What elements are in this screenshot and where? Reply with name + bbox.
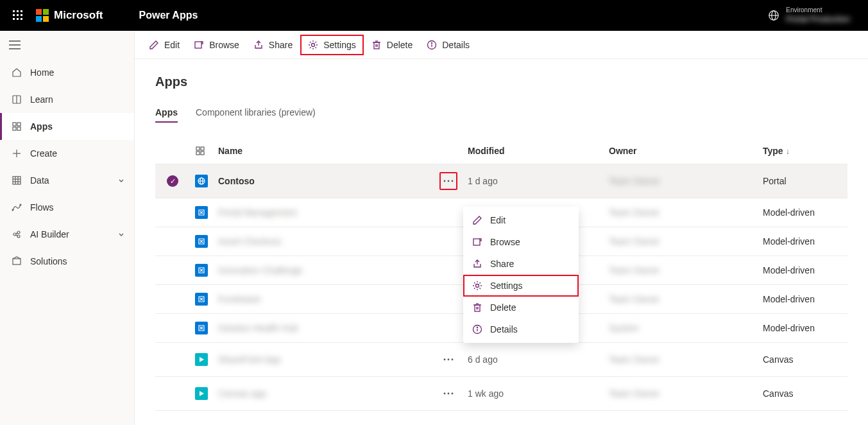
app-name[interactable]: Portal Management	[218, 207, 296, 218]
share-icon	[472, 259, 482, 269]
cmd-edit[interactable]: Edit	[142, 36, 186, 54]
nav-data[interactable]: Data	[0, 167, 134, 194]
svg-marker-60	[200, 357, 204, 362]
svg-point-65	[444, 393, 446, 395]
nav-flows[interactable]: Flows	[0, 194, 134, 221]
sort-down-icon: ↓	[786, 147, 790, 156]
ctx-delete[interactable]: Delete	[463, 297, 579, 318]
ctx-label: Delete	[490, 302, 516, 313]
nav-toggle[interactable]	[0, 31, 134, 59]
chevron-down-icon	[117, 230, 125, 238]
apps-icon	[195, 146, 205, 156]
type-cell: Model-driven	[758, 227, 847, 256]
app-type-icon	[195, 235, 208, 248]
nav-solutions[interactable]: Solutions	[0, 248, 134, 275]
nav-label: Data	[30, 175, 49, 186]
book-icon	[11, 94, 22, 105]
ctx-label: Share	[490, 259, 514, 269]
col-type[interactable]: Type↓	[758, 138, 847, 164]
waffle-icon[interactable]	[5, 0, 31, 31]
svg-rect-6	[13, 18, 15, 20]
home-icon	[11, 67, 22, 78]
table-row[interactable]: Canvas app1 wk agoTeam OwnerCanvas	[155, 377, 847, 411]
svg-rect-27	[13, 177, 21, 184]
cmd-share[interactable]: Share	[247, 36, 299, 54]
type-cell: Model-driven	[758, 285, 847, 314]
type-cell: Canvas	[758, 377, 847, 411]
nav-label: AI Builder	[30, 229, 69, 239]
trash-icon	[472, 302, 482, 313]
cmd-browse[interactable]: Browse	[187, 36, 246, 54]
trash-icon	[371, 40, 382, 50]
type-cell: Canvas	[758, 343, 847, 377]
tab-component-libraries[interactable]: Component libraries (preview)	[196, 107, 316, 123]
svg-rect-12	[43, 16, 49, 22]
apps-icon	[11, 121, 22, 132]
ctx-settings[interactable]: Settings	[463, 275, 579, 297]
svg-rect-39	[13, 259, 21, 265]
svg-rect-24	[17, 127, 21, 130]
modified-cell: 6 d ago	[463, 343, 604, 377]
nav-home[interactable]: Home	[0, 59, 134, 86]
tab-apps[interactable]: Apps	[155, 107, 178, 123]
app-type-icon	[195, 264, 208, 277]
svg-point-35	[17, 231, 20, 234]
svg-rect-8	[21, 18, 22, 20]
owner-cell: Team Owner	[609, 265, 660, 275]
app-name[interactable]: Innovation Challenge	[218, 265, 303, 275]
nav-create[interactable]: Create	[0, 140, 134, 167]
app-name[interactable]: Fundraiser	[218, 294, 261, 304]
app-type-icon	[195, 353, 208, 366]
nav-label: Create	[30, 148, 57, 159]
table-row[interactable]: ✓Contoso1 d agoTeam OwnerPortal	[155, 164, 847, 198]
col-select	[155, 138, 190, 164]
nav-learn[interactable]: Learn	[0, 86, 134, 113]
tabs: Apps Component libraries (preview)	[155, 107, 847, 123]
nav-apps[interactable]: Apps	[0, 113, 134, 140]
ctx-edit[interactable]: Edit	[463, 209, 579, 231]
nav-label: Home	[30, 67, 54, 78]
cmd-delete[interactable]: Delete	[365, 36, 419, 54]
svg-point-66	[448, 393, 450, 395]
col-owner[interactable]: Owner	[604, 138, 758, 164]
app-name[interactable]: SharePoint App	[218, 354, 280, 365]
svg-rect-42	[374, 42, 379, 49]
app-name[interactable]: Asset Checkout	[218, 236, 281, 247]
pencil-icon	[472, 215, 482, 225]
environment-switcher[interactable]: Environment Portal Production	[768, 6, 863, 24]
svg-rect-70	[475, 305, 480, 311]
table-row[interactable]: SharePoint App6 d agoTeam OwnerCanvas	[155, 343, 847, 377]
ctx-details[interactable]: Details	[463, 318, 579, 340]
svg-rect-0	[13, 10, 15, 12]
cmd-details[interactable]: Details	[420, 36, 476, 54]
app-name[interactable]: Solution Health Hub	[218, 323, 298, 333]
command-bar: Edit Browse Share Settings Delete Detail…	[135, 31, 868, 59]
product-name: Power Apps	[139, 10, 198, 21]
nav-label: Apps	[30, 121, 53, 132]
plus-icon	[11, 148, 22, 159]
cmd-label: Settings	[323, 40, 356, 50]
svg-point-69	[476, 284, 479, 288]
ctx-share[interactable]: Share	[463, 253, 579, 275]
ctx-label: Browse	[490, 237, 520, 247]
nav-ai-builder[interactable]: AI Builder	[0, 221, 134, 248]
brand-logo[interactable]: Microsoft	[36, 9, 103, 22]
col-modified[interactable]: Modified	[463, 138, 604, 164]
col-name[interactable]: Name	[213, 138, 424, 164]
share-icon	[253, 40, 264, 50]
svg-point-63	[452, 359, 454, 361]
ctx-browse[interactable]: Browse	[463, 231, 579, 253]
owner-cell: Team Owner	[609, 236, 660, 247]
ai-icon	[11, 229, 22, 240]
svg-rect-9	[36, 9, 42, 15]
cmd-settings[interactable]: Settings	[300, 35, 364, 55]
gear-icon	[472, 281, 482, 291]
row-more-button[interactable]	[439, 172, 457, 190]
brand-text: Microsoft	[54, 9, 103, 22]
row-more-button[interactable]	[439, 351, 457, 369]
svg-rect-52	[196, 152, 200, 155]
row-more-button[interactable]	[439, 385, 457, 403]
app-name[interactable]: Contoso	[218, 176, 255, 186]
app-type-icon	[195, 293, 208, 306]
app-name[interactable]: Canvas app	[218, 388, 266, 399]
